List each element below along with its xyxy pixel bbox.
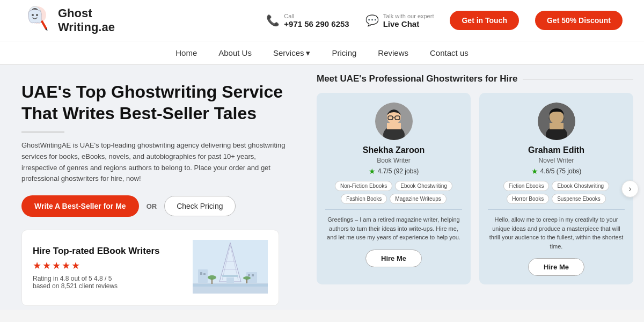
tag-4: Magazine Writeups — [390, 194, 446, 204]
writer-name-shekha: Shekha Zaroon — [363, 145, 425, 155]
writer-role-shekha: Book Writer — [377, 157, 410, 164]
nav-home[interactable]: Home — [175, 43, 197, 63]
phone-contact: 📞 Call +971 56 290 6253 — [266, 13, 349, 28]
tag-2: Ebook Ghostwriting — [552, 181, 609, 191]
tag-2: Ebook Ghostwriting — [395, 181, 452, 191]
svg-rect-16 — [222, 275, 238, 277]
svg-point-26 — [243, 276, 251, 280]
services-chevron-icon: ▾ — [306, 48, 310, 58]
chat-contact: 💬 Talk with our expert Live Chat — [365, 13, 434, 28]
discount-button[interactable]: Get 50% Discount — [535, 11, 623, 30]
tag-3: Horror Books — [507, 194, 549, 204]
writer-tags-graham: Fiction Ebooks Ebook Ghostwriting Horror… — [488, 181, 625, 204]
write-bestseller-button[interactable]: Write A Best-Seller for Me — [21, 195, 139, 217]
hire-card-title: Hire Top-rated EBook Writers — [33, 246, 182, 257]
logo-icon — [21, 4, 54, 36]
tag-1: Non-Fiction Ebooks — [335, 181, 392, 191]
svg-rect-17 — [198, 269, 208, 283]
tag-4: Suspense Ebooks — [552, 194, 606, 204]
chat-icon: 💬 — [365, 14, 379, 27]
cta-row: Write A Best-Seller for Me OR Check Pric… — [21, 195, 290, 217]
check-pricing-button[interactable]: Check Pricing — [164, 196, 235, 216]
svg-rect-11 — [226, 277, 234, 283]
star-icon: ★ — [531, 167, 538, 175]
svg-rect-22 — [252, 274, 254, 276]
nav-about[interactable]: About Us — [218, 43, 252, 63]
logo: GhostWriting.ae — [21, 4, 115, 36]
contact-area: 📞 Call +971 56 290 6253 💬 Talk with our … — [266, 11, 623, 30]
or-label: OR — [147, 202, 157, 210]
get-in-touch-button[interactable]: Get in Touch — [450, 11, 519, 30]
next-writer-button[interactable]: › — [621, 180, 639, 197]
writer-bio-shekha: Greetings – I am a retired magazine writ… — [325, 209, 462, 242]
logo-text: GhostWriting.ae — [58, 6, 115, 35]
phone-icon: 📞 — [266, 14, 280, 27]
svg-rect-31 — [387, 123, 401, 129]
title-divider — [523, 79, 633, 79]
phone-number: +971 56 290 6253 — [284, 19, 349, 28]
writer-card-shekha: Shekha Zaroon Book Writer ★ 4.7/5 (92 jo… — [317, 93, 471, 284]
svg-point-24 — [208, 275, 216, 280]
top-bar: GhostWriting.ae 📞 Call +971 56 290 6253 … — [0, 0, 644, 41]
tag-1: Fiction Ebooks — [503, 181, 550, 191]
writer-name-graham: Graham Edith — [528, 145, 584, 155]
svg-rect-18 — [200, 272, 202, 275]
hire-card-stars: ★★★★★ — [33, 260, 182, 272]
left-panel: UAE's Top Ghostwriting Service That Writ… — [0, 65, 311, 310]
chat-label: Talk with our expert — [383, 13, 434, 19]
main-content: UAE's Top Ghostwriting Service That Writ… — [0, 65, 644, 310]
svg-rect-6 — [41, 20, 47, 30]
star-icon: ★ — [369, 167, 376, 175]
writer-tags-shekha: Non-Fiction Ebooks Ebook Ghostwriting Fa… — [325, 181, 462, 204]
svg-rect-19 — [203, 273, 206, 275]
hire-graham-button[interactable]: Hire Me — [528, 258, 584, 276]
tag-3: Fashion Books — [341, 194, 387, 204]
writers-section-title: Meet UAE's Professional Ghostwriters for… — [317, 74, 633, 84]
svg-point-4 — [32, 14, 34, 16]
writers-row: Shekha Zaroon Book Writer ★ 4.7/5 (92 jo… — [317, 93, 633, 284]
hire-card-rating: Rating in 4.8 out of 5 4.8 / 5 based on … — [33, 275, 182, 290]
hero-title: UAE's Top Ghostwriting Service That Writ… — [21, 81, 290, 124]
building-illustration — [193, 240, 268, 296]
svg-rect-21 — [248, 274, 250, 276]
nav-bar: Home About Us Services ▾ Pricing Reviews… — [0, 41, 644, 65]
writer-role-graham: Novel Writer — [539, 157, 574, 164]
hire-card: Hire Top-rated EBook Writers ★★★★★ Ratin… — [21, 230, 279, 306]
svg-rect-38 — [550, 123, 564, 129]
svg-rect-25 — [246, 279, 247, 283]
writer-card-graham: Graham Edith Novel Writer ★ 4.6/5 (75 jo… — [479, 93, 633, 284]
writer-rating-shekha: ★ 4.7/5 (92 jobs) — [369, 167, 419, 175]
writer-avatar-shekha — [375, 103, 413, 140]
svg-point-5 — [36, 14, 38, 16]
nav-contact[interactable]: Contact us — [430, 43, 469, 63]
chat-value: Live Chat — [383, 19, 434, 28]
hero-description: GhostWritingAE is UAE's top-leading ghos… — [21, 140, 290, 185]
writer-avatar-graham — [538, 103, 575, 140]
call-label: Call — [284, 13, 349, 19]
nav-pricing[interactable]: Pricing — [332, 43, 356, 63]
right-panel: Meet UAE's Professional Ghostwriters for… — [311, 65, 644, 310]
hero-divider — [21, 131, 64, 133]
nav-reviews[interactable]: Reviews — [378, 43, 408, 63]
writer-rating-graham: ★ 4.6/5 (75 jobs) — [531, 167, 582, 175]
writer-bio-graham: Hello, allow me to creep in my creativit… — [488, 209, 625, 251]
svg-rect-27 — [193, 284, 268, 287]
nav-services[interactable]: Services ▾ — [273, 43, 311, 63]
hire-shekha-button[interactable]: Hire Me — [365, 250, 422, 267]
